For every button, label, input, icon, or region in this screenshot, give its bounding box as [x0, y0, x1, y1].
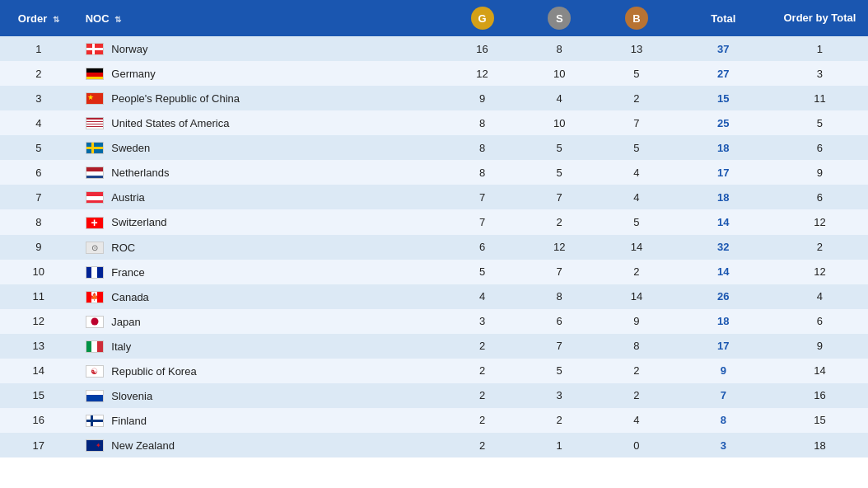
silver-header[interactable]: S	[520, 0, 598, 36]
bronze-cell: 5	[598, 135, 675, 160]
order-cell: 16	[0, 408, 77, 433]
country-name: Republic of Korea	[111, 365, 196, 378]
flag-slovenia	[86, 390, 104, 402]
total-cell: 7	[675, 383, 772, 408]
order-by-total-cell: 5	[772, 110, 868, 135]
total-cell: 17	[675, 160, 772, 185]
table-row: 2 Germany 12 10 5 27 3	[0, 61, 868, 86]
silver-cell: 5	[520, 135, 598, 160]
flag-newzealand	[86, 439, 104, 452]
flag-roc	[86, 242, 104, 254]
gold-cell: 2	[444, 383, 521, 408]
gold-header[interactable]: G	[444, 0, 521, 36]
order-cell: 6	[0, 160, 77, 185]
order-cell: 15	[0, 383, 77, 408]
flag-norway	[86, 43, 104, 55]
noc-cell: Austria	[77, 185, 444, 209]
gold-cell: 12	[444, 61, 521, 86]
bronze-header[interactable]: B	[598, 0, 675, 36]
noc-cell: Japan	[77, 309, 444, 334]
table-row: 10 France 5 7 2 14 12	[0, 260, 868, 284]
order-by-total-cell: 2	[772, 235, 868, 260]
flag-france	[86, 266, 104, 279]
bronze-cell: 2	[598, 359, 675, 383]
flag-usa	[86, 117, 104, 129]
country-name: Norway	[111, 43, 147, 55]
country-name: Sweden	[111, 142, 150, 154]
gold-cell: 6	[444, 235, 521, 260]
order-sort-icon: ⇅	[53, 15, 59, 24]
table-row: 3 People's Republic of China 9 4 2 15 11	[0, 86, 868, 110]
silver-cell: 5	[520, 160, 598, 185]
total-cell: 9	[675, 359, 772, 383]
bronze-cell: 5	[598, 61, 675, 86]
order-cell: 10	[0, 260, 77, 284]
table-row: 11 Canada 4 8 14 26 4	[0, 284, 868, 309]
bronze-cell: 5	[598, 209, 675, 234]
gold-cell: 8	[444, 135, 521, 160]
country-name: Netherlands	[111, 167, 169, 179]
bronze-cell: 0	[598, 433, 675, 458]
silver-medal-icon: S	[548, 7, 571, 30]
silver-cell: 1	[520, 433, 598, 458]
total-header[interactable]: Total	[675, 0, 772, 36]
order-by-total-cell: 16	[772, 383, 868, 408]
bronze-cell: 4	[598, 408, 675, 433]
order-by-total-cell: 9	[772, 160, 868, 185]
order-cell: 9	[0, 235, 77, 260]
noc-cell: Sweden	[77, 135, 444, 160]
total-cell: 18	[675, 309, 772, 334]
noc-cell: ROC	[77, 235, 444, 260]
bronze-cell: 7	[598, 110, 675, 135]
order-by-total-cell: 15	[772, 408, 868, 433]
silver-cell: 3	[520, 383, 598, 408]
order-cell: 7	[0, 185, 77, 209]
country-name: Italy	[111, 340, 131, 353]
gold-cell: 16	[444, 36, 521, 61]
order-header[interactable]: Order ⇅	[0, 0, 77, 36]
total-cell: 14	[675, 260, 772, 284]
order-by-total-cell: 14	[772, 359, 868, 383]
flag-austria	[86, 191, 104, 204]
silver-cell: 7	[520, 185, 598, 209]
order-by-total-cell: 18	[772, 433, 868, 458]
total-cell: 18	[675, 185, 772, 209]
country-name: New Zealand	[111, 439, 175, 452]
gold-cell: 2	[444, 359, 521, 383]
table-row: 1 Norway 16 8 13 37 1	[0, 36, 868, 61]
table-row: 15 Slovenia 2 3 2 7 16	[0, 383, 868, 408]
country-name: Japan	[111, 316, 140, 328]
order-by-total-header[interactable]: Order by Total	[772, 0, 868, 36]
noc-cell: Canada	[77, 284, 444, 309]
silver-cell: 10	[520, 61, 598, 86]
noc-cell: Italy	[77, 334, 444, 359]
order-cell: 17	[0, 433, 77, 458]
silver-cell: 8	[520, 36, 598, 61]
order-cell: 1	[0, 36, 77, 61]
bronze-cell: 9	[598, 309, 675, 334]
order-cell: 13	[0, 334, 77, 359]
total-cell: 32	[675, 235, 772, 260]
flag-switzerland	[86, 217, 104, 229]
noc-cell: Norway	[77, 36, 444, 61]
flag-china	[86, 92, 104, 105]
gold-cell: 3	[444, 309, 521, 334]
total-cell: 37	[675, 36, 772, 61]
table-row: 17 New Zealand 2 1 0 3 18	[0, 433, 868, 458]
bronze-cell: 13	[598, 36, 675, 61]
gold-cell: 5	[444, 260, 521, 284]
flag-finland	[86, 415, 104, 427]
order-by-total-cell: 1	[772, 36, 868, 61]
noc-sort-icon: ⇅	[114, 15, 121, 24]
silver-cell: 12	[520, 235, 598, 260]
country-name: Canada	[111, 291, 149, 303]
gold-cell: 7	[444, 209, 521, 234]
noc-header[interactable]: NOC ⇅	[77, 0, 444, 36]
silver-cell: 7	[520, 334, 598, 359]
country-name: France	[111, 266, 144, 279]
order-by-total-cell: 9	[772, 334, 868, 359]
country-name: Finland	[111, 415, 147, 427]
table-row: 13 Italy 2 7 8 17 9	[0, 334, 868, 359]
total-cell: 8	[675, 408, 772, 433]
gold-cell: 2	[444, 334, 521, 359]
